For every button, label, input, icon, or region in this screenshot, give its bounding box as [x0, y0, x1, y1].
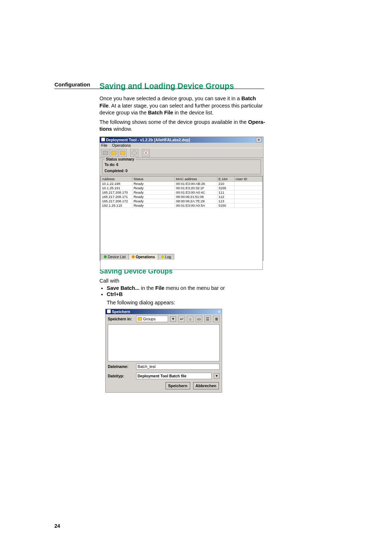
lookin-label: Speichern in:: [108, 317, 134, 321]
filetype-value: Deployment Tool Batch file: [138, 374, 187, 378]
close-icon[interactable]: ×: [218, 309, 220, 314]
lookin-combo[interactable]: Groups: [136, 316, 168, 322]
toolbar-btn-delete[interactable]: [142, 149, 150, 157]
app-icon: [107, 309, 111, 313]
filetype-label: Dateityp:: [108, 374, 134, 378]
page-number: 24: [54, 523, 60, 529]
table-cell: 165.217.208.172: [101, 199, 132, 203]
status-completed: Completed: 0: [105, 169, 258, 173]
text: window.: [112, 126, 132, 132]
table-cell: Ready: [132, 190, 175, 194]
window-title: Deployment Tool - v1.2.2b [AlleHFALabs2.…: [106, 138, 190, 142]
filetype-combo[interactable]: Deployment Tool Batch file: [136, 373, 212, 379]
cancel-button[interactable]: Abbrechen: [193, 382, 219, 389]
divider: [54, 89, 264, 89]
table-cell: 10.1.25.191: [101, 186, 132, 190]
table-cell: 210: [217, 181, 234, 186]
text-bold: Ctrl+B: [107, 291, 123, 297]
filename-label: Dateiname:: [108, 364, 134, 369]
tree-icon: [104, 255, 107, 258]
table-cell: [234, 186, 262, 190]
col-userid[interactable]: User ID: [234, 176, 262, 181]
tab-log[interactable]: Log: [158, 254, 175, 260]
filename-input[interactable]: [136, 364, 220, 370]
table-cell: [234, 190, 262, 194]
table-row[interactable]: 192.1.25.115Ready00:01:E3:00:A0:5A5150: [101, 203, 262, 207]
operations-window: Deployment Tool - v1.2.2b [AlleHFALabs2.…: [99, 137, 264, 261]
table-row[interactable]: 165.217.208.170Ready00:01:E3:00:A0:4C111: [101, 190, 262, 194]
delete-icon: [143, 151, 148, 155]
table-cell: [234, 181, 262, 186]
details-view-icon[interactable]: ≣: [213, 316, 220, 322]
table-row[interactable]: 10.1.22.198Ready00:01:E3:00:AB:26210: [101, 181, 262, 186]
table-cell: 00:01:E3:00:A0:5A: [175, 203, 217, 207]
table-cell: 5150: [217, 203, 234, 207]
up-folder-icon[interactable]: ⌂: [187, 316, 193, 322]
col-status[interactable]: Status: [132, 176, 175, 181]
status-legend: Status summary: [105, 157, 136, 161]
save-dialog: Speichern × Speichern in: Groups ▼ ↩ ⌂ ▭…: [105, 309, 222, 393]
heading-saving-loading: Saving and Loading Device Groups: [99, 81, 266, 91]
dialog-title: Speichern: [112, 309, 130, 314]
chevron-down-icon[interactable]: ▼: [170, 316, 176, 322]
table-cell: [234, 194, 262, 199]
table-cell: 00:01:E3:00:A0:4C: [175, 190, 217, 194]
text-bold: Save Batch...: [107, 285, 139, 291]
intro-paragraph-2: The following shows some of the device g…: [99, 119, 266, 133]
tab-operations[interactable]: Operations: [128, 254, 158, 260]
col-mac[interactable]: MAC address: [175, 176, 217, 181]
table-cell: 111: [217, 190, 234, 194]
text: menu on the menu bar or: [164, 285, 225, 291]
app-icon: [101, 138, 105, 141]
table-cell: 08:00:06:2A:7E:29: [175, 199, 217, 203]
col-address[interactable]: Address: [101, 176, 132, 181]
table-cell: [234, 203, 262, 207]
disk-icon: [132, 150, 137, 155]
table-cell: 00:01:E3:00:AB:26: [175, 181, 217, 186]
tab-device-list[interactable]: Device List: [101, 254, 129, 260]
table-cell: 192.1.25.115: [101, 203, 132, 207]
status-todo: To do: 6: [105, 163, 258, 167]
menu-file[interactable]: File: [101, 143, 107, 147]
table-row[interactable]: 10.1.25.191Ready00:01:E3:20:32:1F3155: [101, 186, 262, 190]
table-cell: Ready: [132, 203, 175, 207]
text: The following shows some of the device g…: [99, 119, 248, 125]
table-cell: Ready: [132, 181, 175, 186]
toolbar-btn-1[interactable]: [101, 149, 109, 157]
toolbar-btn-open[interactable]: [110, 149, 118, 157]
file-list-area[interactable]: [108, 324, 220, 361]
bottom-tabs: Device List Operations Log: [101, 254, 174, 260]
col-e164[interactable]: E.164: [217, 176, 234, 181]
table-row[interactable]: 165.217.208.172Ready08:00:06:2A:7E:29113: [101, 199, 262, 203]
folder-arrow-icon: [120, 151, 125, 155]
table-row[interactable]: 165.217.208.171Ready08:00:06:21:51:06112: [101, 194, 262, 199]
new-folder-icon[interactable]: ▭: [196, 316, 202, 322]
table-cell: 113: [217, 199, 234, 203]
chevron-down-icon[interactable]: ▼: [214, 373, 220, 379]
list-view-icon[interactable]: ☰: [204, 316, 211, 322]
dialog-titlebar: Speichern ×: [106, 309, 222, 314]
folder-icon: [103, 151, 108, 155]
save-button[interactable]: Speichern: [166, 382, 190, 389]
menu-operations[interactable]: Operations: [112, 143, 131, 147]
toolbar-btn-disk[interactable]: [130, 149, 138, 157]
intro-paragraph-1: Once you have selected a device group, y…: [99, 95, 266, 117]
back-icon[interactable]: ↩: [178, 316, 185, 322]
gear-icon: [132, 255, 135, 258]
text: in the: [139, 285, 155, 291]
section-header: Configuration: [54, 81, 90, 88]
window-titlebar: Deployment Tool - v1.2.2b [AlleHFALabs2.…: [100, 137, 263, 143]
table-cell: 165.217.208.171: [101, 194, 132, 199]
table-cell: 112: [217, 194, 234, 199]
text: in the device list.: [173, 110, 213, 116]
list-item: Ctrl+B: [107, 291, 266, 297]
toolbar-btn-open2[interactable]: [119, 149, 127, 157]
call-with-list: Save Batch... in the File menu on the me…: [107, 285, 266, 297]
table-cell: 00:01:E3:20:32:1F: [175, 186, 217, 190]
lookin-value: Groups: [143, 317, 155, 321]
following-dialog-text: The following dialog appears:: [107, 299, 266, 307]
text-bold: File: [155, 285, 164, 291]
close-icon[interactable]: ×: [256, 137, 262, 142]
tab-label: Operations: [136, 255, 155, 259]
log-icon: [161, 255, 164, 258]
